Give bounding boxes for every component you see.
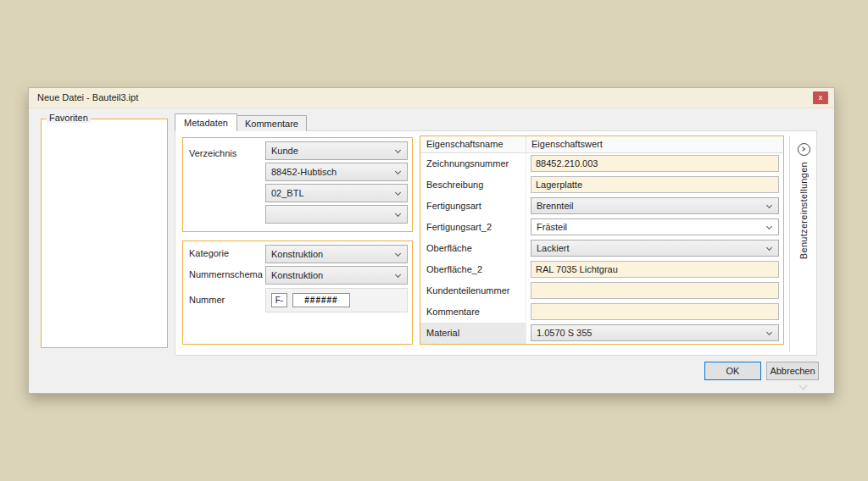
new-file-dialog: Neue Datei - Bauteil3.ipt x Favoriten Me… — [28, 87, 835, 394]
verzeichnis-combo-3-value: 02_BTL — [266, 185, 407, 202]
kommentare-input[interactable] — [531, 303, 779, 320]
kategorie-combo[interactable]: Konstruktion — [265, 245, 408, 263]
table-row: Kundenteilenummer — [420, 280, 783, 301]
property-name: Oberfläche — [420, 238, 526, 259]
table-row: Zeichnungsnummer 88452.210.003 — [420, 153, 783, 174]
table-row: Material 1.0570 S 355 — [420, 323, 783, 344]
property-name: Fertigungsart — [420, 196, 526, 217]
nummer-label: Nummer — [189, 295, 225, 305]
property-name: Zeichnungsnummer — [420, 153, 526, 174]
tab-kommentare[interactable]: Kommentare — [237, 115, 307, 131]
property-name: Kundenteilenummer — [420, 280, 526, 301]
chevron-down-icon — [395, 211, 401, 217]
chevron-right-icon — [800, 147, 805, 152]
nummer-panel: F- ###### — [265, 288, 408, 312]
property-value-cell: Frästeil — [526, 217, 783, 238]
property-name: Oberfläche_2 — [420, 259, 526, 280]
nummernschema-combo[interactable]: Konstruktion — [265, 266, 408, 285]
fertigungsart-2-combo[interactable]: Frästeil — [531, 218, 779, 235]
property-name: Material — [420, 323, 526, 344]
verzeichnis-combo-1-value: Kunde — [266, 142, 407, 159]
verzeichnis-combos: Kunde 88452-Hubtisch 02_BTL — [265, 141, 408, 226]
property-value-cell: 88452.210.003 — [526, 153, 783, 174]
verzeichnis-combo-3[interactable]: 02_BTL — [265, 184, 408, 202]
header-eigenschaftsname: Eigenschaftsname — [420, 136, 526, 152]
nummernschema-label: Nummernschema — [189, 269, 263, 279]
tab-strip: Metadaten Kommentare — [175, 113, 307, 131]
nummer-mask-field[interactable]: ###### — [292, 293, 350, 307]
property-value-cell: 1.0570 S 355 — [526, 323, 783, 344]
cancel-button[interactable]: Abbrechen — [766, 362, 819, 380]
expander-arrow-icon[interactable] — [798, 143, 810, 156]
ok-button[interactable]: OK — [704, 362, 761, 380]
property-name: Fertigungsart_2 — [420, 217, 526, 238]
verzeichnis-label: Verzeichnis — [189, 148, 236, 158]
kategorie-combo-value: Konstruktion — [266, 246, 407, 263]
table-row: Kommentare — [420, 301, 783, 323]
zeichnungsnummer-input[interactable]: 88452.210.003 — [531, 155, 779, 172]
properties-table: Eigenschaftsname Eigenschaftswert Zeichn… — [420, 135, 784, 345]
table-row: Oberfläche Lackiert — [420, 238, 783, 259]
metadaten-tab-page: Verzeichnis Kunde 88452-Hubtisch 02_BTL — [175, 130, 817, 356]
fertigungsart-combo-value: Brennteil — [531, 198, 778, 213]
property-name: Kommentare — [420, 301, 526, 323]
material-combo[interactable]: 1.0570 S 355 — [531, 324, 779, 341]
kategorie-group: Kategorie Konstruktion Nummernschema Kon… — [182, 240, 413, 345]
property-value-cell: Brennteil — [526, 196, 783, 217]
window-title: Neue Datei - Bauteil3.ipt — [37, 88, 138, 108]
material-combo-value: 1.0570 S 355 — [531, 325, 778, 340]
verzeichnis-group: Verzeichnis Kunde 88452-Hubtisch 02_BTL — [182, 137, 413, 232]
oberflaeche-combo-value: Lackiert — [531, 240, 778, 256]
properties-table-header: Eigenschaftsname Eigenschaftswert — [420, 136, 783, 153]
verzeichnis-combo-1[interactable]: Kunde — [265, 141, 408, 160]
kundenteilenummer-input[interactable] — [531, 282, 779, 299]
nummer-prefix-field[interactable]: F- — [271, 293, 287, 307]
oberflaeche-2-input[interactable]: RAL 7035 Lichtgrau — [531, 261, 779, 278]
beschreibung-input[interactable]: Lagerplatte — [531, 176, 779, 193]
verzeichnis-combo-2[interactable]: 88452-Hubtisch — [265, 163, 408, 181]
property-value-cell — [526, 280, 783, 301]
favorites-panel[interactable]: Favoriten — [41, 119, 168, 348]
favorites-label: Favoriten — [47, 113, 91, 123]
verzeichnis-combo-2-value: 88452-Hubtisch — [266, 163, 407, 180]
fertigungsart-combo[interactable]: Brennteil — [531, 197, 779, 214]
oberflaeche-combo[interactable]: Lackiert — [531, 240, 779, 257]
nummernschema-combo-value: Konstruktion — [266, 267, 407, 284]
verzeichnis-combo-4[interactable] — [265, 205, 408, 224]
title-bar: Neue Datei - Bauteil3.ipt x — [29, 88, 834, 108]
property-value-cell: Lagerplatte — [526, 174, 783, 196]
fertigungsart-2-combo-value: Frästeil — [531, 219, 778, 235]
property-value-cell: Lackiert — [526, 238, 783, 259]
property-value-cell: RAL 7035 Lichtgrau — [526, 259, 783, 280]
table-row: Oberfläche_2 RAL 7035 Lichtgrau — [420, 259, 783, 280]
kategorie-label: Kategorie — [189, 248, 229, 258]
property-value-cell — [526, 301, 783, 323]
tab-metadaten[interactable]: Metadaten — [175, 113, 237, 131]
user-settings-label: Benutzereinstellungen — [798, 162, 809, 259]
resize-grip-icon — [799, 382, 808, 390]
header-eigenschaftswert: Eigenschaftswert — [526, 136, 783, 152]
table-row: Beschreibung Lagerplatte — [420, 174, 783, 196]
user-settings-expander: Benutzereinstellungen — [789, 135, 817, 352]
table-row: Fertigungsart Brennteil — [420, 196, 783, 217]
close-icon[interactable]: x — [813, 91, 828, 104]
table-row: Fertigungsart_2 Frästeil — [420, 217, 783, 238]
property-name: Beschreibung — [420, 174, 526, 196]
